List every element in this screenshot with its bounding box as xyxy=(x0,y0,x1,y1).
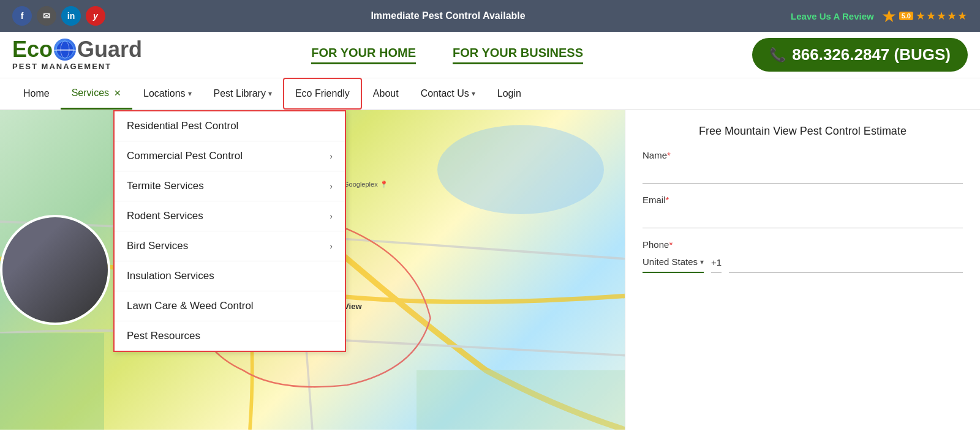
required-marker: * xyxy=(666,195,669,205)
yelp-icon[interactable]: y xyxy=(86,6,105,26)
menu-item-pest-resources[interactable]: Pest Resources xyxy=(115,321,345,351)
chevron-down-icon: ▾ xyxy=(700,258,704,266)
services-dropdown: Residential Pest Control Commercial Pest… xyxy=(113,110,346,352)
location-photo xyxy=(2,217,108,323)
menu-item-termite[interactable]: Termite Services › xyxy=(115,171,345,201)
email-input[interactable] xyxy=(643,207,963,228)
menu-item-rodent-label: Rodent Services xyxy=(127,210,203,222)
stars-row: ★★★★★ xyxy=(916,9,968,23)
rating-number: 5.0 xyxy=(899,12,913,20)
header: Eco Guard PEST MANAGEMENT FOR YOUR HOME … xyxy=(0,32,980,78)
svg-point-4 xyxy=(437,125,604,214)
nav-about[interactable]: About xyxy=(362,78,410,110)
form-title: Free Mountain View Pest Control Estimate xyxy=(643,125,963,138)
facebook-icon[interactable]: f xyxy=(12,6,32,26)
nav-services[interactable]: Services ✕ xyxy=(61,78,132,110)
chevron-right-icon: › xyxy=(330,181,333,191)
logo-globe-icon xyxy=(54,39,76,61)
nav-pest-library-label: Pest Library xyxy=(214,88,266,99)
googleplex-text: Googleplex xyxy=(344,181,378,188)
nav-login-label: Login xyxy=(497,88,521,99)
map-area: Googleplex 📍 Los Altos Mountain View Res… xyxy=(0,110,625,430)
nav-home-label: Home xyxy=(23,88,50,99)
menu-item-rodent[interactable]: Rodent Services › xyxy=(115,201,345,231)
nav-about-label: About xyxy=(373,88,399,99)
country-label: United States xyxy=(643,256,698,267)
menu-item-commercial[interactable]: Commercial Pest Control › xyxy=(115,141,345,171)
nav-home[interactable]: Home xyxy=(12,78,61,110)
chevron-right-icon: › xyxy=(330,211,333,221)
chevron-right-icon: › xyxy=(330,241,333,251)
phone-prefix: +1 xyxy=(711,257,722,273)
nav-eco-friendly[interactable]: Eco Friendly xyxy=(283,78,362,110)
social-icons: f ✉ in y xyxy=(12,6,105,26)
name-input[interactable] xyxy=(643,163,963,184)
map-label-googleplex: Googleplex 📍 xyxy=(344,181,388,189)
phone-input[interactable] xyxy=(729,252,963,273)
logo-subtitle: PEST MANAGEMENT xyxy=(12,62,142,71)
required-marker: * xyxy=(667,150,671,160)
close-icon[interactable]: ✕ xyxy=(114,88,121,98)
menu-item-insulation-label: Insulation Services xyxy=(127,270,214,282)
menu-item-lawn-label: Lawn Care & Weed Control xyxy=(127,300,254,312)
leave-review-link[interactable]: Leave Us A Review xyxy=(791,11,874,21)
chevron-right-icon: › xyxy=(330,151,333,161)
phone-row: United States ▾ +1 xyxy=(643,252,963,273)
logo[interactable]: Eco Guard PEST MANAGEMENT xyxy=(12,39,142,71)
nav-eco-friendly-label: Eco Friendly xyxy=(295,88,350,99)
phone-icon: 📞 xyxy=(769,47,786,63)
menu-item-pest-resources-label: Pest Resources xyxy=(127,330,200,342)
email-icon[interactable]: ✉ xyxy=(37,6,56,26)
nav-contact[interactable]: Contact Us ▾ xyxy=(410,78,486,110)
nav-locations-label: Locations xyxy=(143,88,186,99)
header-nav: FOR YOUR HOME FOR YOUR BUSINESS xyxy=(311,46,583,64)
nav-locations[interactable]: Locations ▾ xyxy=(132,78,203,110)
email-label: Email* xyxy=(643,195,963,205)
nav-services-label: Services xyxy=(72,88,109,99)
nav-login[interactable]: Login xyxy=(486,78,532,110)
name-label: Name* xyxy=(643,150,963,160)
logo-guard: Guard xyxy=(77,39,142,61)
location-image xyxy=(0,215,110,325)
chevron-down-icon: ▾ xyxy=(188,89,192,98)
nav-for-business[interactable]: FOR YOUR BUSINESS xyxy=(453,46,583,64)
menu-item-residential-label: Residential Pest Control xyxy=(127,120,238,132)
menu-item-bird-label: Bird Services xyxy=(127,240,188,252)
rating-block: ★ 5.0 ★★★★★ xyxy=(881,6,968,26)
required-marker: * xyxy=(669,239,673,250)
menu-item-insulation[interactable]: Insulation Services xyxy=(115,261,345,291)
menu-item-residential[interactable]: Residential Pest Control xyxy=(115,111,345,141)
nav-pest-library[interactable]: Pest Library ▾ xyxy=(203,78,283,110)
nav-for-home[interactable]: FOR YOUR HOME xyxy=(311,46,416,64)
chevron-down-icon: ▾ xyxy=(268,89,272,98)
nav-bar: Home Services ✕ Locations ▾ Pest Library… xyxy=(0,78,980,110)
country-selector[interactable]: United States ▾ xyxy=(643,256,704,273)
chevron-down-icon: ▾ xyxy=(472,89,475,98)
logo-eco: Eco xyxy=(12,39,53,61)
menu-item-termite-label: Termite Services xyxy=(127,180,204,192)
svg-rect-5 xyxy=(0,333,104,430)
star-icon: ★ xyxy=(881,6,897,26)
main-content: Googleplex 📍 Los Altos Mountain View Res… xyxy=(0,110,980,430)
svg-rect-6 xyxy=(417,370,625,430)
phone-number: 866.326.2847 (BUGS) xyxy=(792,45,951,64)
review-section: Leave Us A Review ★ 5.0 ★★★★★ xyxy=(791,6,968,26)
menu-item-lawn[interactable]: Lawn Care & Weed Control xyxy=(115,291,345,321)
menu-item-bird[interactable]: Bird Services › xyxy=(115,231,345,261)
estimate-form-panel: Free Mountain View Pest Control Estimate… xyxy=(625,110,980,430)
topbar-message: Immediate Pest Control Available xyxy=(371,10,525,21)
phone-label: Phone* xyxy=(643,239,963,250)
nav-contact-label: Contact Us xyxy=(421,88,469,99)
linkedin-icon[interactable]: in xyxy=(61,6,81,26)
menu-item-commercial-label: Commercial Pest Control xyxy=(127,150,243,162)
phone-button[interactable]: 📞 866.326.2847 (BUGS) xyxy=(752,38,968,72)
top-bar: f ✉ in y Immediate Pest Control Availabl… xyxy=(0,0,980,32)
